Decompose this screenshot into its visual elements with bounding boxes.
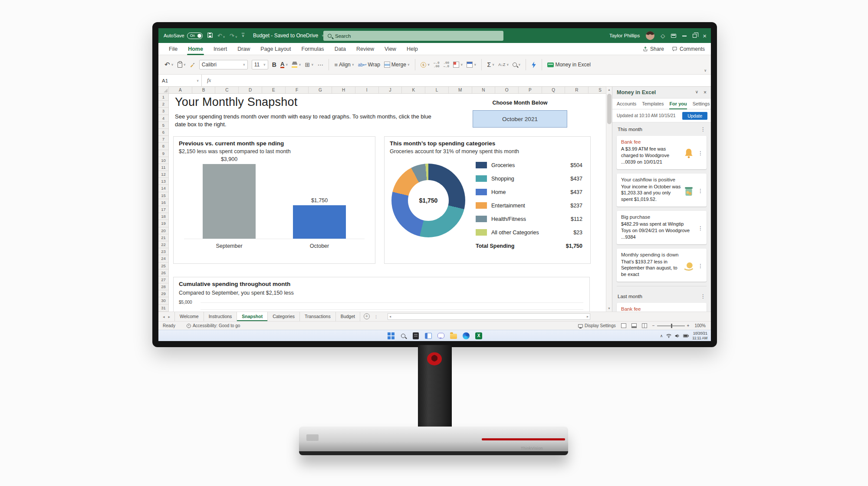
column-header-H[interactable]: H — [332, 87, 355, 93]
vertical-scrollbar[interactable]: ▲ ▼ — [606, 87, 612, 312]
menu-tab-formulas[interactable]: Formulas — [302, 46, 324, 52]
panel-close-icon[interactable]: × — [704, 89, 707, 95]
sort-filter-button[interactable]: A↓Z∨ — [498, 62, 509, 67]
column-header-J[interactable]: J — [379, 87, 402, 93]
row-header-23[interactable]: 23 — [158, 248, 168, 255]
section-menu-icon[interactable]: ⋮ — [700, 293, 706, 299]
row-header-28[interactable]: 28 — [158, 283, 168, 290]
column-header-D[interactable]: D — [239, 87, 262, 93]
accessibility-status[interactable]: Accessibility: Good to go — [187, 323, 240, 328]
number-format-button[interactable]: $∨ — [421, 62, 430, 68]
font-color-button[interactable]: A∨ — [280, 61, 288, 69]
normal-view-icon[interactable] — [621, 323, 626, 328]
column-header-E[interactable]: E — [262, 87, 286, 93]
row-header-4[interactable]: 4 — [158, 115, 168, 122]
month-chooser-box[interactable]: October 2021 — [473, 110, 567, 128]
speaker-icon[interactable] — [675, 334, 680, 338]
taskbar-clock[interactable]: 10/20/21 11:11 AM — [692, 331, 707, 340]
zoom-handle[interactable] — [671, 324, 672, 328]
minimize-button[interactable] — [682, 33, 687, 39]
row-header-24[interactable]: 24 — [158, 255, 168, 262]
panel-tab-accounts[interactable]: Accounts — [617, 101, 636, 106]
update-button[interactable]: Update — [682, 112, 707, 120]
sheet-tab-budget[interactable]: Budget — [336, 312, 360, 321]
row-header-26[interactable]: 26 — [158, 269, 168, 276]
row-header-1[interactable]: 1 — [158, 94, 168, 101]
borders-button[interactable]: ⊞∨ — [305, 62, 314, 68]
card-menu-icon[interactable]: ⋮ — [698, 188, 703, 194]
sheet-nav-left-icon[interactable]: ◂ — [163, 315, 165, 319]
row-header-21[interactable]: 21 — [158, 234, 168, 241]
start-icon[interactable] — [387, 332, 395, 339]
menu-tab-file[interactable]: File — [169, 46, 178, 52]
row-header-2[interactable]: 2 — [158, 101, 168, 108]
excel-icon[interactable]: X — [475, 332, 483, 339]
menu-tab-data[interactable]: Data — [335, 46, 346, 52]
menu-tab-view[interactable]: View — [385, 46, 396, 52]
scroll-up-icon[interactable]: ▲ — [606, 87, 612, 93]
font-size-select[interactable]: 11∨ — [252, 60, 268, 69]
wifi-icon[interactable] — [666, 334, 671, 338]
row-header-18[interactable]: 18 — [158, 213, 168, 220]
column-header-K[interactable]: K — [402, 87, 425, 93]
bar-september[interactable] — [203, 164, 256, 239]
zoom-in-icon[interactable]: + — [687, 323, 690, 328]
wrap-text-button[interactable]: ab↩Wrap — [358, 62, 380, 68]
edge-icon[interactable] — [463, 332, 470, 339]
row-header-6[interactable]: 6 — [158, 129, 168, 136]
hscroll-right-icon[interactable]: ▸ — [587, 315, 589, 319]
file-explorer-icon[interactable] — [450, 332, 457, 339]
display-settings-button[interactable]: Display Settings — [578, 323, 616, 328]
row-header-16[interactable]: 16 — [158, 199, 168, 206]
menu-tab-help[interactable]: Help — [407, 46, 418, 52]
insight-card-bank-fee[interactable]: Bank feeA $3.99 ATM fee was charged to W… — [617, 136, 707, 169]
row-header-9[interactable]: 9 — [158, 150, 168, 157]
chat-icon[interactable] — [437, 332, 445, 339]
name-box[interactable]: A1 ∨ — [158, 75, 202, 86]
format-painter-button[interactable] — [190, 62, 195, 68]
card-menu-icon[interactable]: ⋮ — [698, 150, 703, 156]
row-header-14[interactable]: 14 — [158, 185, 168, 192]
insight-card-big-purchase[interactable]: Big purchase$482.29 was spent at Wingtip… — [617, 211, 707, 244]
autosave-toggle[interactable]: AutoSave On — [164, 33, 203, 39]
scroll-down-icon[interactable]: ▼ — [606, 305, 612, 312]
document-title[interactable]: Budget - Saved to OneDrive ∨ — [253, 33, 324, 39]
fill-color-button[interactable]: ∨ — [292, 62, 301, 68]
row-header-17[interactable]: 17 — [158, 206, 168, 213]
section-menu-icon[interactable]: ⋮ — [700, 126, 706, 132]
column-header-O[interactable]: O — [495, 87, 519, 93]
dark-app-icon[interactable] — [412, 332, 420, 339]
gem-icon[interactable]: ◇ — [661, 33, 665, 39]
page-layout-view-icon[interactable] — [631, 323, 637, 328]
bold-button[interactable]: B — [272, 61, 276, 68]
autosave-switch[interactable]: On — [187, 33, 203, 39]
zoom-level[interactable]: 100% — [694, 323, 706, 328]
sheet-tab-welcome[interactable]: Welcome — [174, 312, 204, 321]
column-header-L[interactable]: L — [425, 87, 449, 93]
column-header-R[interactable]: R — [565, 87, 589, 93]
search-input[interactable]: Search — [323, 31, 503, 41]
column-header-A[interactable]: A — [169, 87, 192, 93]
zoom-slider[interactable]: − + — [652, 323, 690, 328]
panel-collapse-icon[interactable]: ∨ — [695, 89, 698, 95]
insight-card-bank-fee[interactable]: Bank feeA $3.99 ATM fee was charged to W… — [617, 303, 707, 312]
tray-chevron-icon[interactable]: ∧ — [660, 334, 663, 338]
row-header-15[interactable]: 15 — [158, 192, 168, 199]
card-menu-icon[interactable]: ⋮ — [698, 225, 703, 231]
row-header-8[interactable]: 8 — [158, 143, 168, 150]
row-header-22[interactable]: 22 — [158, 241, 168, 248]
column-header-C[interactable]: C — [215, 87, 239, 93]
row-header-10[interactable]: 10 — [158, 157, 168, 164]
user-name[interactable]: Taylor Phillips — [609, 33, 640, 38]
zoom-out-icon[interactable]: − — [652, 323, 655, 328]
row-header-11[interactable]: 11 — [158, 164, 168, 171]
menu-tab-draw[interactable]: Draw — [237, 46, 250, 52]
decrease-decimal-button[interactable]: .00→.0 — [444, 61, 450, 69]
hscroll-left-icon[interactable]: ◂ — [389, 315, 391, 319]
quick-access-customize-icon[interactable]: ∨ — [242, 34, 245, 38]
more-formatting-button[interactable]: ⋯ — [317, 61, 323, 68]
collapse-ribbon-icon[interactable]: ∨ — [704, 69, 707, 72]
taskbar-search-icon[interactable] — [400, 332, 407, 339]
align-button[interactable]: ≡Align∨ — [334, 62, 354, 68]
taskview-icon[interactable] — [425, 332, 432, 339]
